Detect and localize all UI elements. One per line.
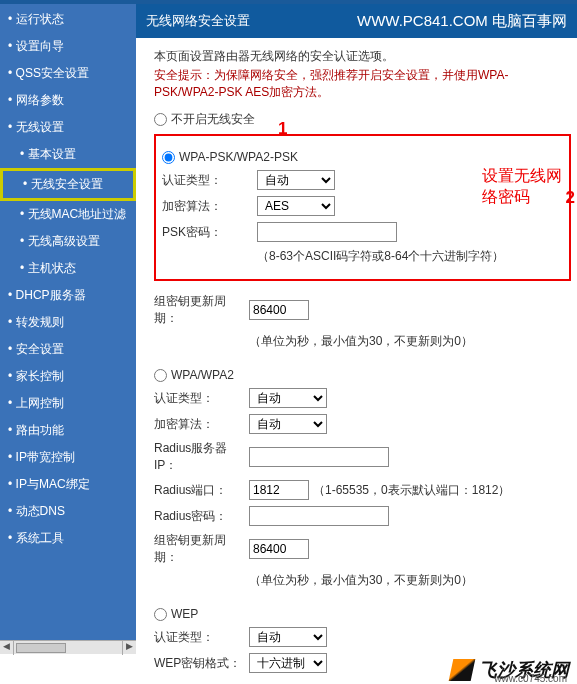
sidebar-sub-advanced[interactable]: 无线高级设置 bbox=[0, 228, 136, 255]
sidebar-item-routing[interactable]: 路由功能 bbox=[0, 417, 136, 444]
label-enc-alg: 加密算法： bbox=[162, 198, 257, 215]
scroll-left-icon[interactable]: ◀ bbox=[0, 641, 14, 655]
label-wpa-enc: 加密算法： bbox=[154, 416, 249, 433]
wpa-psk-section: WPA-PSK/WPA2-PSK 认证类型： 自动 加密算法： AES PSK密… bbox=[154, 134, 571, 281]
select-auth-type[interactable]: 自动 bbox=[257, 170, 335, 190]
label-wpa-psk: WPA-PSK/WPA2-PSK bbox=[179, 150, 298, 164]
label-wep-fmt: WEP密钥格式： bbox=[154, 655, 249, 672]
label-wpa-auth: 认证类型： bbox=[154, 390, 249, 407]
select-wep-auth[interactable]: 自动 bbox=[249, 627, 327, 647]
label-wep-auth: 认证类型： bbox=[154, 629, 249, 646]
page-title: 无线网络安全设置 bbox=[146, 12, 250, 30]
select-wpa-auth[interactable]: 自动 bbox=[249, 388, 327, 408]
label-radius-port: Radius端口： bbox=[154, 482, 249, 499]
label-security-off: 不开启无线安全 bbox=[171, 111, 255, 128]
brand-url: www.c0745.com bbox=[494, 673, 567, 684]
sidebar-item-qos[interactable]: IP带宽控制 bbox=[0, 444, 136, 471]
label-rekey: 组密钥更新周期： bbox=[154, 293, 249, 327]
page-header: 无线网络安全设置 WWW.PC841.COM 电脑百事网 bbox=[136, 4, 577, 38]
sidebar-item-network[interactable]: 网络参数 bbox=[0, 87, 136, 114]
label-wep: WEP bbox=[171, 607, 198, 621]
sidebar-item-qss[interactable]: QSS安全设置 bbox=[0, 60, 136, 87]
sidebar: 运行状态 设置向导 QSS安全设置 网络参数 无线设置 基本设置 无线安全设置 … bbox=[0, 4, 136, 640]
header-brand: WWW.PC841.COM 电脑百事网 bbox=[357, 12, 567, 31]
sidebar-item-dhcp[interactable]: DHCP服务器 bbox=[0, 282, 136, 309]
input-rekey[interactable] bbox=[249, 300, 309, 320]
main-panel: 无线网络安全设置 WWW.PC841.COM 电脑百事网 本页面设置路由器无线网… bbox=[136, 4, 577, 640]
wpa-rekey-hint: （单位为秒，最小值为30，不更新则为0） bbox=[249, 572, 473, 589]
input-wpa-rekey[interactable] bbox=[249, 539, 309, 559]
radio-wpa[interactable] bbox=[154, 369, 167, 382]
scroll-right-icon[interactable]: ▶ bbox=[122, 641, 136, 655]
sidebar-item-status[interactable]: 运行状态 bbox=[0, 6, 136, 33]
label-radius-pw: Radius密码： bbox=[154, 508, 249, 525]
input-psk-password[interactable] bbox=[257, 222, 397, 242]
sidebar-scrollbar[interactable]: ◀ ▶ bbox=[0, 640, 136, 654]
sidebar-item-ipmac[interactable]: IP与MAC绑定 bbox=[0, 471, 136, 498]
label-wpa-rekey: 组密钥更新周期： bbox=[154, 532, 249, 566]
sidebar-item-wizard[interactable]: 设置向导 bbox=[0, 33, 136, 60]
scroll-thumb[interactable] bbox=[16, 643, 66, 653]
radius-port-hint: （1-65535，0表示默认端口：1812） bbox=[313, 482, 510, 499]
label-psk-password: PSK密码： bbox=[162, 224, 257, 241]
select-wpa-enc[interactable]: 自动 bbox=[249, 414, 327, 434]
radio-security-off[interactable] bbox=[154, 113, 167, 126]
input-radius-port[interactable] bbox=[249, 480, 309, 500]
input-radius-ip[interactable] bbox=[249, 447, 389, 467]
sidebar-sub-basic[interactable]: 基本设置 bbox=[0, 141, 136, 168]
sidebar-item-system[interactable]: 系统工具 bbox=[0, 525, 136, 552]
sidebar-item-forward[interactable]: 转发规则 bbox=[0, 309, 136, 336]
sidebar-item-parental[interactable]: 家长控制 bbox=[0, 363, 136, 390]
label-wpa: WPA/WPA2 bbox=[171, 368, 234, 382]
select-enc-alg[interactable]: AES bbox=[257, 196, 335, 216]
rekey-hint: （单位为秒，最小值为30，不更新则为0） bbox=[249, 333, 473, 350]
sidebar-item-ddns[interactable]: 动态DNS bbox=[0, 498, 136, 525]
radio-wpa-psk[interactable] bbox=[162, 151, 175, 164]
sidebar-item-security[interactable]: 安全设置 bbox=[0, 336, 136, 363]
select-wep-fmt[interactable]: 十六进制 bbox=[249, 653, 327, 673]
label-auth-type: 认证类型： bbox=[162, 172, 257, 189]
sidebar-sub-security[interactable]: 无线安全设置 bbox=[0, 168, 136, 201]
intro-warning: 安全提示：为保障网络安全，强烈推荐开启安全设置，并使用WPA-PSK/WPA2-… bbox=[154, 67, 571, 101]
sidebar-item-access[interactable]: 上网控制 bbox=[0, 390, 136, 417]
sidebar-item-wireless[interactable]: 无线设置 bbox=[0, 114, 136, 141]
sidebar-sub-macfilter[interactable]: 无线MAC地址过滤 bbox=[0, 201, 136, 228]
sidebar-sub-hoststatus[interactable]: 主机状态 bbox=[0, 255, 136, 282]
brand-logo-icon bbox=[449, 659, 476, 681]
intro-desc: 本页面设置路由器无线网络的安全认证选项。 bbox=[154, 48, 571, 65]
label-radius-ip: Radius服务器IP： bbox=[154, 440, 249, 474]
input-radius-pw[interactable] bbox=[249, 506, 389, 526]
psk-hint: （8-63个ASCII码字符或8-64个十六进制字符） bbox=[257, 248, 504, 265]
radio-wep[interactable] bbox=[154, 608, 167, 621]
